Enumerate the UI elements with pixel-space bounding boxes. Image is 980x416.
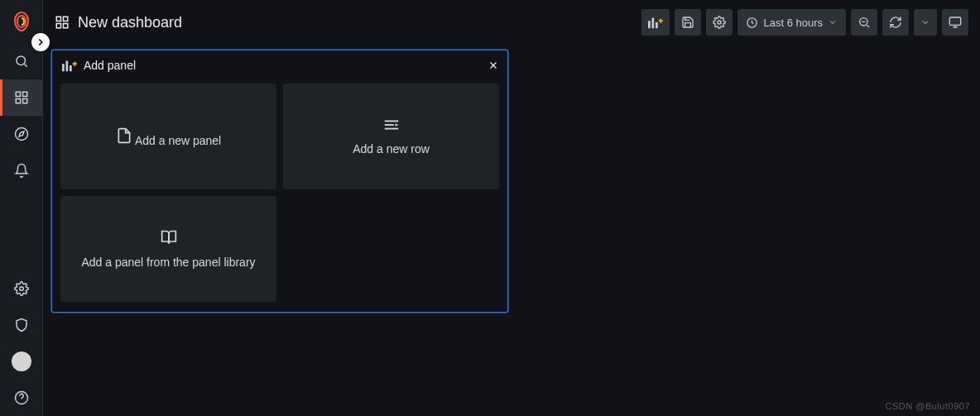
topbar: New dashboard Last 6 hours bbox=[43, 0, 980, 45]
time-range-label: Last 6 hours bbox=[763, 17, 823, 29]
shield-icon bbox=[14, 318, 29, 332]
content: Add panel Add a new panel Add a new row bbox=[43, 45, 980, 321]
time-range-picker[interactable]: Last 6 hours bbox=[737, 9, 846, 36]
svg-rect-14 bbox=[648, 21, 651, 28]
grafana-icon bbox=[12, 11, 31, 32]
chevron-down-icon bbox=[828, 17, 838, 27]
refresh-button[interactable] bbox=[882, 9, 909, 36]
add-new-panel-card-wrapper[interactable]: Add a new panel bbox=[60, 84, 276, 189]
sidebar-item-configuration[interactable] bbox=[0, 270, 43, 307]
gear-icon bbox=[14, 281, 29, 296]
watermark: CSDN @Bulut0907 bbox=[886, 401, 970, 411]
svg-rect-16 bbox=[656, 22, 658, 28]
svg-rect-25 bbox=[66, 61, 69, 72]
zoom-out-button[interactable] bbox=[851, 9, 877, 36]
svg-point-7 bbox=[19, 287, 23, 291]
help-icon bbox=[14, 390, 29, 405]
refresh-interval-dropdown[interactable] bbox=[914, 9, 937, 36]
svg-rect-10 bbox=[56, 17, 60, 21]
close-icon bbox=[488, 60, 499, 71]
sidebar-expand-button[interactable] bbox=[31, 33, 50, 51]
monitor-icon bbox=[949, 16, 962, 29]
svg-rect-13 bbox=[64, 24, 68, 28]
sidebar-item-alerting[interactable] bbox=[0, 152, 43, 189]
svg-rect-21 bbox=[949, 17, 960, 25]
sidebar bbox=[0, 0, 43, 416]
dialog-title: Add panel bbox=[84, 59, 136, 72]
add-new-panel-label: Add a new panel bbox=[135, 134, 221, 147]
main: New dashboard Last 6 hours bbox=[43, 0, 980, 416]
svg-rect-24 bbox=[62, 64, 65, 71]
svg-rect-11 bbox=[64, 17, 68, 21]
svg-rect-2 bbox=[22, 92, 26, 96]
page-title[interactable]: New dashboard bbox=[78, 14, 182, 31]
add-panel-icon bbox=[62, 59, 77, 72]
refresh-icon bbox=[889, 16, 902, 29]
chevron-right-icon bbox=[35, 36, 46, 48]
file-icon bbox=[116, 127, 132, 145]
svg-point-0 bbox=[17, 56, 26, 65]
sidebar-item-dashboards[interactable] bbox=[0, 79, 43, 116]
svg-rect-1 bbox=[16, 92, 20, 96]
save-dashboard-button[interactable] bbox=[675, 9, 701, 36]
panel-library-label: Add a panel from the panel library bbox=[81, 256, 255, 269]
search-icon bbox=[14, 54, 29, 69]
book-icon bbox=[160, 229, 178, 246]
save-icon bbox=[681, 16, 694, 29]
apps-icon bbox=[14, 90, 29, 105]
add-new-panel-card[interactable]: Add a new panel bbox=[116, 127, 221, 147]
apps-icon bbox=[55, 15, 70, 30]
svg-point-5 bbox=[15, 128, 27, 141]
svg-rect-26 bbox=[70, 65, 72, 71]
compass-icon bbox=[14, 127, 29, 141]
sidebar-item-profile[interactable] bbox=[0, 343, 43, 380]
empty-cell bbox=[283, 196, 499, 302]
svg-marker-6 bbox=[19, 131, 24, 136]
svg-rect-15 bbox=[652, 18, 655, 29]
svg-rect-3 bbox=[16, 99, 20, 103]
bell-icon bbox=[14, 163, 29, 178]
row-icon bbox=[382, 117, 401, 132]
add-new-row-label: Add a new row bbox=[353, 142, 430, 155]
chevron-down-icon bbox=[920, 17, 930, 27]
dashboard-settings-button[interactable] bbox=[706, 9, 733, 36]
add-panel-icon bbox=[648, 16, 663, 29]
add-panel-dialog: Add panel Add a new panel Add a new row bbox=[51, 50, 508, 313]
sidebar-item-explore[interactable] bbox=[0, 116, 43, 152]
add-panel-button[interactable] bbox=[641, 9, 670, 36]
sidebar-item-server-admin[interactable] bbox=[0, 307, 43, 343]
svg-rect-4 bbox=[22, 99, 26, 103]
clock-icon bbox=[746, 17, 758, 29]
add-new-row-card[interactable]: Add a new row bbox=[283, 84, 499, 189]
panel-library-card[interactable]: Add a panel from the panel library bbox=[60, 196, 276, 302]
sidebar-item-help[interactable] bbox=[0, 380, 43, 416]
cycle-view-button[interactable] bbox=[942, 9, 968, 36]
gear-icon bbox=[713, 16, 726, 29]
avatar-icon bbox=[12, 351, 31, 371]
zoom-out-icon bbox=[858, 16, 871, 29]
svg-rect-12 bbox=[56, 24, 60, 28]
svg-point-17 bbox=[718, 21, 721, 24]
close-button[interactable] bbox=[488, 60, 499, 71]
